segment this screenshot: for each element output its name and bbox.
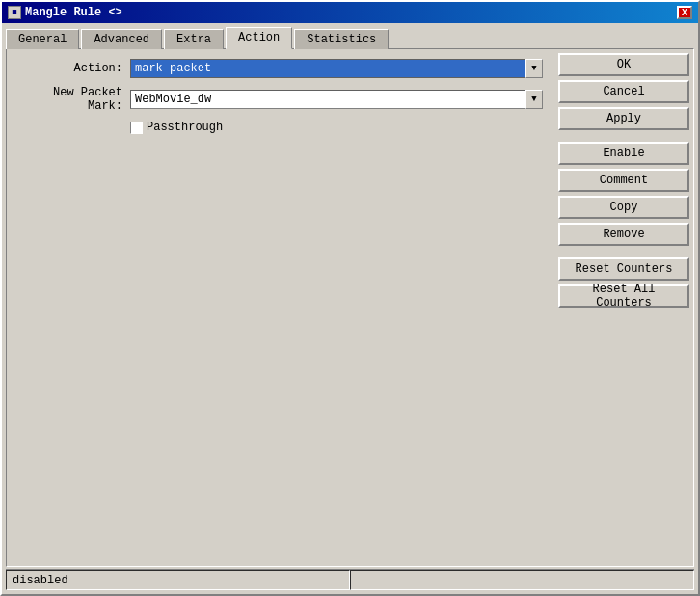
reset-all-counters-button[interactable]: Reset All Counters	[558, 284, 689, 308]
reset-counters-button[interactable]: Reset Counters	[558, 257, 689, 281]
tab-bar: General Advanced Extra Action Statistics	[6, 27, 694, 49]
action-select-wrapper: mark packet ▼	[130, 59, 543, 78]
action-select-value[interactable]: mark packet	[130, 59, 525, 78]
passthrough-row: Passthrough	[130, 121, 543, 134]
copy-button[interactable]: Copy	[558, 196, 689, 219]
status-bar: disabled	[6, 569, 694, 590]
title-bar-left: ■ Mangle Rule <>	[8, 6, 122, 19]
remove-button[interactable]: Remove	[558, 223, 689, 246]
tab-advanced[interactable]: Advanced	[81, 29, 162, 49]
ok-button[interactable]: OK	[558, 53, 689, 76]
packet-mark-select-wrapper: WebMovie_dw ▼	[130, 90, 543, 109]
action-label: Action:	[16, 62, 122, 75]
enable-button[interactable]: Enable	[558, 142, 689, 165]
app-icon: ■	[8, 6, 21, 19]
status-left: disabled	[6, 570, 350, 590]
window-body: General Advanced Extra Action Statistics…	[2, 23, 698, 594]
main-panel: Action: mark packet ▼ New Packet Mark: W…	[7, 49, 552, 566]
action-row: Action: mark packet ▼	[16, 59, 543, 78]
window-title: Mangle Rule <>	[25, 6, 122, 19]
apply-button[interactable]: Apply	[558, 107, 689, 130]
packet-mark-label: New Packet Mark:	[16, 86, 122, 113]
side-buttons: OK Cancel Apply Enable Comment Copy Remo…	[558, 49, 693, 566]
packet-mark-select-value[interactable]: WebMovie_dw	[130, 90, 525, 109]
comment-button[interactable]: Comment	[558, 169, 689, 192]
title-bar: ■ Mangle Rule <> X	[2, 2, 698, 23]
cancel-button[interactable]: Cancel	[558, 80, 689, 103]
content-area: Action: mark packet ▼ New Packet Mark: W…	[6, 48, 694, 567]
main-window: ■ Mangle Rule <> X General Advanced Extr…	[0, 0, 700, 596]
tab-extra[interactable]: Extra	[164, 29, 224, 49]
packet-mark-dropdown-arrow[interactable]: ▼	[525, 90, 543, 109]
tab-general[interactable]: General	[6, 29, 79, 49]
close-button[interactable]: X	[677, 6, 692, 19]
status-right	[350, 570, 694, 590]
packet-mark-row: New Packet Mark: WebMovie_dw ▼	[16, 86, 543, 113]
passthrough-checkbox[interactable]	[130, 122, 143, 134]
tab-action[interactable]: Action	[226, 27, 292, 49]
tab-statistics[interactable]: Statistics	[294, 29, 389, 49]
passthrough-label: Passthrough	[147, 121, 223, 134]
action-dropdown-arrow[interactable]: ▼	[525, 59, 543, 78]
